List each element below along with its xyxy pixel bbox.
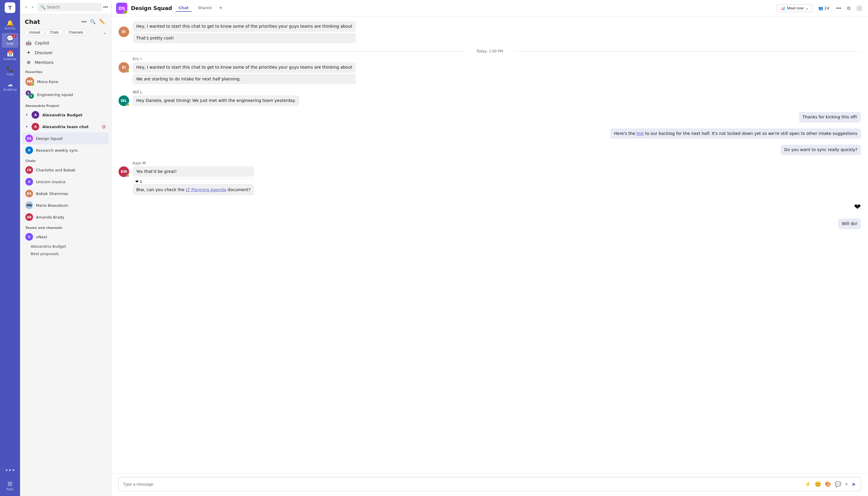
calls-label: Calls: [6, 73, 14, 76]
chat-item-vnext[interactable]: V vNext: [23, 231, 109, 243]
search-input[interactable]: [38, 3, 102, 11]
chat-item-alex-team[interactable]: • A Alexandria team chat @: [23, 121, 109, 133]
backlog-link[interactable]: link: [637, 131, 644, 136]
chat-item-design-squad[interactable]: DS Design Squad: [23, 133, 109, 144]
msg-bubble-own4: Will do!: [838, 219, 861, 229]
sub-item-alex-budget[interactable]: Alexandria Budget: [23, 243, 109, 250]
nav-bottom: ••• ⊞ Apps: [2, 465, 18, 494]
filter-chevron-icon[interactable]: ⌄: [103, 30, 106, 35]
msg-content-own1: Thanks for kicking this off!: [799, 112, 861, 124]
calls-icon: 📞: [6, 66, 14, 72]
app-logo: T: [5, 2, 15, 13]
sidebar-search-button[interactable]: 🔍: [89, 18, 97, 26]
sidebar-compose-button[interactable]: ✏️: [98, 18, 106, 26]
settings-more-button[interactable]: •••: [102, 3, 109, 11]
more-icon: •••: [5, 467, 15, 473]
sidebar-item-discover[interactable]: ✦ Discover: [23, 48, 109, 58]
header-more-button[interactable]: •••: [835, 4, 842, 12]
priority-button[interactable]: ⚡: [804, 480, 812, 488]
msg-bubble-prior2: That's pretty cool!: [133, 33, 356, 44]
chat-item-alex-budget[interactable]: • A Alexandria Budget: [23, 109, 109, 121]
filter-unread[interactable]: Unread: [25, 29, 44, 36]
amanda-name: Amanda Brady: [36, 215, 106, 219]
chat-item-amanda[interactable]: AB Amanda Brady: [23, 211, 109, 223]
calendar-icon: 📅: [6, 51, 14, 57]
msg-content-kayo: Kayo M. Yes that'd be great! ❤️ 1 Btw, c…: [133, 161, 254, 197]
participants-count: 👥 24: [816, 5, 832, 12]
format-button[interactable]: 🎨: [824, 480, 832, 488]
charlotte-name: Charlotte and Babak: [36, 168, 106, 172]
msg-sender-eric: Eric I.: [133, 57, 356, 61]
more-actions-button[interactable]: +: [844, 481, 849, 488]
meet-now-chevron: ⌄: [806, 6, 809, 10]
msg-bubble-eric2: We are starting to do intake for next ha…: [133, 74, 356, 84]
marie-name: Marie Beaudouin: [36, 203, 106, 208]
nav-item-calls[interactable]: 📞 Calls: [2, 64, 18, 78]
sidebar-more-button[interactable]: •••: [80, 18, 88, 26]
tab-shared[interactable]: Shared: [195, 4, 215, 12]
back-button[interactable]: ‹: [24, 3, 29, 11]
chat-item-babak[interactable]: BS Babak Shammas: [23, 188, 109, 199]
nav-item-activity[interactable]: 🔔 Activity: [2, 18, 18, 32]
forward-button[interactable]: ›: [30, 3, 35, 11]
msg-avatar-kayo: KM: [119, 167, 129, 177]
filter-chats[interactable]: Chats: [46, 29, 62, 36]
avatar-engineering: E S: [25, 90, 34, 99]
planning-link[interactable]: LT Planning Agenda: [186, 187, 226, 192]
filter-tabs: Unread Chats Channels ⌄: [20, 28, 111, 38]
alex-team-name: Alexandria team chat: [42, 125, 99, 129]
emoji-button[interactable]: 😊: [814, 480, 822, 488]
avatar-alex-budget: A: [32, 111, 39, 119]
avatar-alex-team: A: [32, 123, 39, 130]
header-popout-button[interactable]: ⧉: [846, 4, 852, 12]
msg-bubble-emoji: ❤️: [854, 201, 861, 213]
nav-bar: T 🔔 Activity 💬 2 Chat 📅 Calendar 📞 Calls…: [0, 0, 20, 496]
message-input[interactable]: [123, 482, 802, 486]
nav-item-chat[interactable]: 💬 2 Chat: [2, 33, 18, 48]
msg-content-eric: Eric I. Hey, I wanted to start this chat…: [133, 57, 356, 86]
avatar-unicorn: U: [25, 178, 33, 186]
message-group-own-emoji: ❤️: [119, 201, 861, 214]
msg-avatar-eric: EI: [119, 62, 129, 73]
nav-item-onedrive[interactable]: ☁️ OneDrive: [2, 79, 18, 94]
filter-channels[interactable]: Channels: [64, 29, 87, 36]
msg-bubble-kayo: Yes that'd be great!: [133, 167, 254, 177]
avatar-marie: MB: [25, 201, 33, 209]
chat-item-research[interactable]: R Research weekly sync: [23, 144, 109, 156]
babak-name: Babak Shammas: [36, 191, 106, 196]
tab-chat[interactable]: Chat: [176, 4, 192, 12]
sub-item-best-proposals[interactable]: Best proposals: [23, 250, 109, 258]
nav-item-apps[interactable]: ⊞ Apps: [2, 478, 18, 493]
attach-button[interactable]: 💬: [834, 480, 842, 488]
nav-buttons: ‹ ›: [24, 3, 35, 11]
message-group-own3: Do you want to sync really quickly?: [119, 145, 861, 156]
message-group-own1: Thanks for kicking this off!: [119, 112, 861, 124]
main-area: DS Design Squad Chat Shared + 📊 Meet now…: [111, 0, 868, 496]
chat-header-name[interactable]: Design Squad: [131, 5, 172, 11]
chat-badge: 2: [12, 34, 16, 38]
meet-now-button[interactable]: 📊 Meet now ⌄: [777, 4, 812, 12]
chat-item-marie[interactable]: MB Marie Beaudouin: [23, 199, 109, 211]
nav-more-button[interactable]: •••: [2, 465, 18, 475]
header-expand-button[interactable]: ⬜: [855, 4, 863, 12]
titlebar: ‹ › 🔍 ••• D — □ ✕: [20, 0, 111, 14]
msg-avatar-will: WL: [119, 95, 129, 106]
unicorn-name: Unicorn invoice: [36, 180, 106, 184]
chat-item-engineering[interactable]: E S Engineering squad: [23, 88, 109, 101]
design-squad-name: Design Squad: [36, 136, 106, 141]
alex-budget-name: Alexandria Budget: [42, 113, 106, 117]
calendar-label: Calendar: [3, 58, 17, 61]
nav-item-calendar[interactable]: 📅 Calendar: [2, 48, 18, 63]
msg-bubble-own3: Do you want to sync really quickly?: [781, 145, 861, 155]
discover-label: Discover: [35, 50, 53, 55]
chat-item-charlotte[interactable]: CB Charlotte and Babak: [23, 164, 109, 176]
sidebar-header: Chat ••• 🔍 ✏️: [20, 14, 111, 28]
sidebar-item-copilot[interactable]: 🤖 Copilot: [23, 38, 109, 48]
reaction-heart[interactable]: ❤️ 1: [133, 179, 254, 185]
sidebar-item-mentions[interactable]: ⊕ Mentions: [23, 58, 109, 67]
send-button[interactable]: ➤: [851, 480, 856, 488]
mentions-label: Mentions: [35, 60, 54, 65]
chat-item-unicorn[interactable]: U Unicorn invoice: [23, 176, 109, 188]
chat-item-mona[interactable]: MK Mona Kane: [23, 75, 109, 88]
add-tab-button[interactable]: +: [218, 4, 224, 12]
